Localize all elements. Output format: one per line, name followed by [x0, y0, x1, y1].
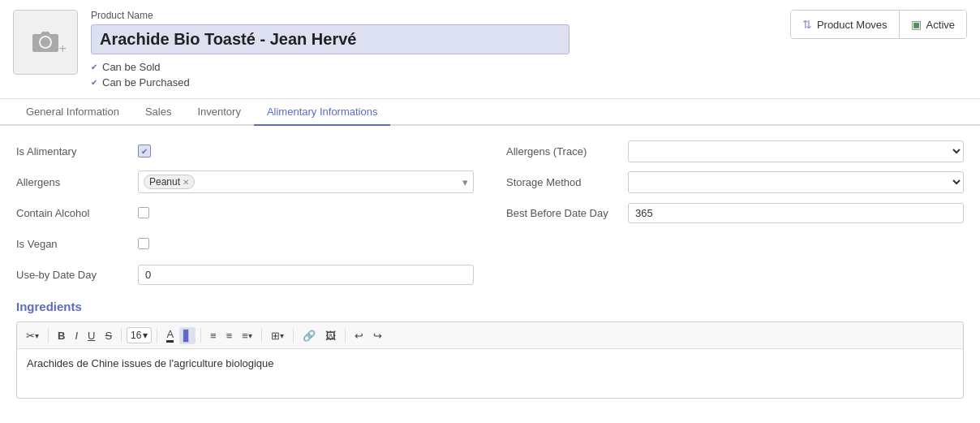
is-vegan-label: Is Vegan [16, 238, 130, 250]
storage-method-row: Storage Method [506, 170, 964, 194]
toolbar-divider-7 [345, 328, 346, 343]
tab-bar: General Information Sales Inventory Alim… [0, 99, 980, 126]
product-moves-icon: ⇅ [802, 18, 812, 31]
bullet-list-icon: ≡ [210, 330, 217, 342]
scissors-icon: ✂ [26, 330, 35, 342]
product-header: + Product Name ✔ Can be Sold ✔ Can be Pu… [0, 0, 980, 99]
form-content: Is Alimentary ✔ Allergens Peanut ✕ ▾ Con… [0, 126, 980, 412]
table-button[interactable]: ⊞ ▾ [267, 327, 288, 344]
tab-general[interactable]: General Information [13, 99, 132, 126]
link-button[interactable]: 🔗 [299, 327, 320, 344]
product-moves-button[interactable]: ⇅ Product Moves [791, 11, 900, 38]
bold-button[interactable]: B [54, 327, 69, 344]
font-color-button[interactable]: A [162, 326, 178, 345]
is-alimentary-check: ✔ [141, 147, 148, 156]
image-button[interactable]: 🖼 [321, 327, 340, 344]
scissors-button[interactable]: ✂ ▾ [22, 327, 43, 344]
form-grid: Is Alimentary ✔ Allergens Peanut ✕ ▾ Con… [16, 139, 964, 287]
contain-alcohol-label: Contain Alcohol [16, 207, 130, 219]
undo-button[interactable]: ↩ [350, 327, 368, 344]
storage-method-label: Storage Method [506, 176, 620, 188]
bold-icon: B [58, 330, 65, 342]
tab-alimentary[interactable]: Alimentary Informations [254, 99, 391, 126]
editor-toolbar: ✂ ▾ B I U S 16 ▾ [17, 322, 963, 349]
action-buttons: ⇅ Product Moves ▣ Active [790, 10, 967, 39]
highlight-icon: ▋ [183, 330, 191, 342]
product-info-section: Product Name ✔ Can be Sold ✔ Can be Purc… [91, 10, 777, 88]
align-icon: ≡ [242, 330, 248, 342]
table-chevron: ▾ [280, 331, 284, 340]
ingredients-editor[interactable]: ✂ ▾ B I U S 16 ▾ [16, 322, 964, 399]
can-be-sold-check: ✔ [91, 63, 97, 71]
strikethrough-button[interactable]: S [101, 327, 116, 344]
bullet-list-button[interactable]: ≡ [206, 327, 221, 344]
product-image-upload[interactable]: + [13, 10, 78, 75]
ingredients-content: Arachides de Chine issues de l'agricultu… [27, 357, 274, 369]
font-size-chevron: ▾ [143, 330, 148, 341]
align-button[interactable]: ≡ ▾ [238, 327, 256, 344]
is-vegan-checkbox[interactable] [138, 238, 149, 249]
active-label: Active [926, 19, 955, 31]
can-be-purchased-label: Can be Purchased [102, 76, 190, 88]
numbered-list-icon: ≡ [226, 330, 233, 342]
tab-sales[interactable]: Sales [132, 99, 185, 126]
image-icon: 🖼 [325, 330, 336, 342]
allergens-row: Allergens Peanut ✕ ▾ [16, 170, 474, 194]
product-moves-label: Product Moves [817, 19, 888, 31]
toolbar-divider-1 [48, 328, 49, 343]
toolbar-divider-4 [200, 328, 201, 343]
left-column: Is Alimentary ✔ Allergens Peanut ✕ ▾ Con… [16, 139, 474, 287]
font-size-selector[interactable]: 16 ▾ [127, 327, 152, 343]
product-checkboxes: ✔ Can be Sold ✔ Can be Purchased [91, 61, 777, 88]
tag-label: Peanut [149, 176, 180, 188]
product-name-input[interactable] [91, 24, 570, 54]
redo-button[interactable]: ↪ [369, 327, 386, 344]
redo-icon: ↪ [373, 330, 382, 342]
is-alimentary-row: Is Alimentary ✔ [16, 139, 474, 163]
storage-method-select[interactable] [628, 171, 964, 193]
toolbar-divider-3 [157, 328, 157, 343]
best-before-input[interactable] [628, 203, 964, 223]
numbered-list-button[interactable]: ≡ [222, 327, 237, 344]
scissors-chevron: ▾ [35, 331, 39, 340]
contain-alcohol-checkbox[interactable] [138, 207, 149, 218]
right-column: Allergens (Trace) Storage Method Best Be… [506, 139, 964, 287]
ingredients-title: Ingredients [16, 300, 964, 313]
is-alimentary-checkbox[interactable]: ✔ [138, 145, 151, 158]
link-icon: 🔗 [303, 330, 316, 342]
allergens-label: Allergens [16, 176, 130, 188]
toolbar-divider-5 [261, 328, 262, 343]
ingredients-section: Ingredients ✂ ▾ B I U S [16, 300, 964, 399]
camera-icon [31, 30, 60, 54]
allergens-input[interactable]: Peanut ✕ ▾ [138, 170, 474, 193]
best-before-label: Best Before Date Day [506, 207, 620, 219]
active-button[interactable]: ▣ Active [900, 11, 966, 38]
allergens-trace-label: Allergens (Trace) [506, 145, 620, 158]
tag-remove-peanut[interactable]: ✕ [183, 178, 189, 187]
underline-button[interactable]: U [84, 327, 99, 344]
table-icon: ⊞ [271, 330, 280, 342]
italic-button[interactable]: I [71, 327, 82, 344]
is-vegan-row: Is Vegan [16, 231, 474, 256]
best-before-row: Best Before Date Day [506, 201, 964, 225]
allergens-dropdown[interactable]: ▾ [462, 176, 468, 188]
toolbar-divider-2 [121, 328, 122, 343]
italic-icon: I [75, 330, 78, 342]
align-chevron: ▾ [248, 331, 252, 340]
can-be-purchased-row: ✔ Can be Purchased [91, 76, 777, 88]
plus-icon: + [59, 41, 67, 56]
highlight-button[interactable]: ▋ [179, 327, 196, 344]
font-size-value: 16 [131, 330, 141, 341]
font-color-icon: A [166, 328, 174, 343]
use-by-date-row: Use-by Date Day [16, 262, 474, 287]
is-alimentary-label: Is Alimentary [16, 145, 130, 158]
allergens-trace-select[interactable] [628, 140, 964, 162]
use-by-date-label: Use-by Date Day [16, 269, 130, 281]
allergens-tag-peanut: Peanut ✕ [144, 175, 195, 189]
tab-inventory[interactable]: Inventory [184, 99, 253, 126]
ingredients-body[interactable]: Arachides de Chine issues de l'agricultu… [17, 349, 963, 398]
undo-icon: ↩ [355, 330, 363, 342]
use-by-date-input[interactable] [138, 265, 474, 285]
strikethrough-icon: S [105, 330, 112, 342]
allergens-trace-row: Allergens (Trace) [506, 139, 964, 163]
